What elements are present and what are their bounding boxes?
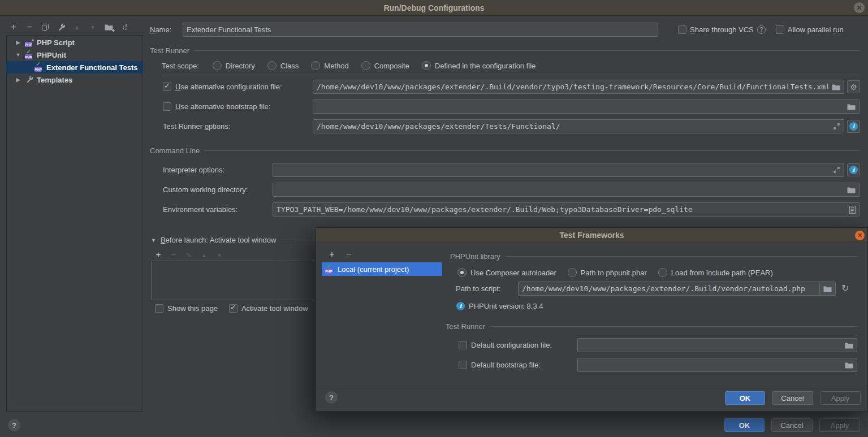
remove-icon[interactable]: −: [25, 23, 34, 32]
framework-item-label: Local (current project): [338, 265, 409, 274]
cancel-button[interactable]: Cancel: [771, 418, 813, 432]
run-debug-configurations-window: Run/Debug Configurations ✕ + − ▲ ▼ + ↓az…: [0, 0, 868, 437]
dialog-help-button[interactable]: ?: [325, 391, 338, 404]
folder-icon[interactable]: [832, 84, 840, 90]
interpreter-options-label: Interpreter options:: [163, 166, 224, 174]
command-line-group-header: Command Line: [150, 146, 860, 155]
help-question-icon[interactable]: ?: [757, 25, 766, 34]
test-runner-options-row: Test Runner options:: [163, 119, 230, 133]
share-through-vcs-checkbox[interactable]: [678, 25, 686, 34]
chevron-down-icon[interactable]: ▼: [14, 52, 22, 58]
page-options-row: Show this page Activate tool window: [155, 303, 308, 313]
custom-working-directory-row: Custom working directory:: [163, 183, 248, 197]
remove-icon[interactable]: −: [169, 250, 178, 259]
path-to-phpunit-phar-radio[interactable]: Path to phpunit.phar: [568, 268, 647, 277]
copy-icon[interactable]: [41, 23, 50, 32]
close-icon: ✕: [857, 232, 862, 239]
phpunit-icon: ✓PHP: [34, 63, 44, 72]
folder-icon[interactable]: [845, 342, 853, 349]
tree-item-label: Templates: [37, 76, 72, 84]
default-bootstrap-input[interactable]: [577, 358, 857, 372]
chevron-right-icon[interactable]: ▶: [14, 40, 22, 45]
php-script-icon: ▴PHP: [25, 38, 34, 47]
test-runner-options-info-button[interactable]: i: [847, 120, 860, 133]
add-icon[interactable]: +: [154, 250, 163, 259]
scope-class-radio[interactable]: Class: [267, 61, 299, 70]
load-from-include-path-radio[interactable]: Load from include path (PEAR): [658, 268, 773, 277]
interpreter-options-info-button[interactable]: i: [847, 163, 860, 176]
move-up-icon[interactable]: ▲: [200, 250, 209, 259]
alt-config-settings-button[interactable]: ⚙: [847, 80, 860, 93]
new-folder-icon[interactable]: +: [104, 23, 113, 32]
folder-icon[interactable]: [845, 362, 853, 369]
close-icon: ✕: [856, 4, 862, 12]
environment-variables-row: Environment variables:: [163, 202, 237, 217]
tree-item-phpunit[interactable]: ▼ ✓PHP PHPUnit: [6, 49, 143, 61]
dialog-cancel-button[interactable]: Cancel: [772, 391, 813, 405]
move-up-icon[interactable]: ▲: [72, 23, 81, 32]
scope-method-radio[interactable]: Method: [311, 61, 348, 70]
add-icon[interactable]: +: [9, 23, 18, 32]
dialog-titlebar: Test Frameworks: [316, 228, 867, 243]
default-bootstrap-row: Default bootstrap file:: [459, 358, 541, 372]
tree-item-templates[interactable]: ▶ Templates: [6, 73, 143, 86]
allow-parallel-run-label: Allow parallel run: [788, 25, 844, 34]
help-icon: ?: [12, 421, 16, 430]
framework-item-local[interactable]: ✓PHP Local (current project): [322, 262, 442, 276]
phpunit-icon: ✓PHP: [25, 50, 34, 59]
alt-config-input[interactable]: /home/www/dev10/www/packages/extender/.B…: [313, 80, 844, 94]
tree-item-php-script[interactable]: ▶ ▴PHP PHP Script: [6, 36, 143, 49]
remove-icon[interactable]: −: [344, 250, 353, 259]
move-down-icon[interactable]: ▼: [215, 250, 224, 259]
folder-icon[interactable]: [847, 103, 856, 110]
move-down-icon[interactable]: ▼: [88, 23, 97, 32]
scope-directory-radio[interactable]: Directory: [213, 61, 255, 70]
name-row: Name:: [150, 23, 171, 37]
default-bootstrap-checkbox[interactable]: [459, 361, 467, 369]
test-runner-options-input[interactable]: /home/www/dev10/www/packages/extender/Te…: [313, 119, 844, 133]
scope-defined-in-config-radio[interactable]: Defined in the configuration file: [422, 61, 536, 70]
use-alt-bootstrap-label: Use alternative bootstrap file:: [175, 102, 270, 111]
show-this-page-checkbox[interactable]: [155, 304, 163, 313]
apply-button[interactable]: Apply: [819, 418, 860, 432]
activate-tool-window-checkbox[interactable]: [229, 304, 237, 313]
window-close-button[interactable]: ✕: [854, 2, 865, 13]
expand-icon[interactable]: [833, 123, 840, 130]
custom-working-directory-input[interactable]: [273, 183, 860, 197]
refresh-icon[interactable]: ↻: [841, 283, 849, 293]
dialog-test-runner-header: Test Runner: [446, 322, 857, 331]
test-runner-options-label: Test Runner options:: [163, 122, 230, 131]
dialog-ok-button[interactable]: OK: [725, 391, 765, 405]
top-right-options: Share through VCS ? Allow parallel run: [678, 23, 844, 37]
default-config-checkbox[interactable]: [459, 341, 467, 349]
use-alt-bootstrap-checkbox[interactable]: [163, 102, 171, 111]
phpunit-icon: ✓PHP: [325, 265, 334, 274]
phpunit-library-header: PHPUnit library: [450, 252, 857, 261]
name-input[interactable]: Extender Functional Tests: [183, 23, 658, 37]
scope-composite-radio[interactable]: Composite: [361, 61, 409, 70]
library-options-row: Use Composer autoloader Path to phpunit.…: [457, 267, 773, 278]
interpreter-options-input[interactable]: [273, 163, 844, 177]
wrench-icon[interactable]: [57, 23, 66, 32]
list-icon[interactable]: [849, 206, 856, 214]
alt-bootstrap-input[interactable]: [313, 99, 860, 114]
folder-button[interactable]: [819, 282, 835, 295]
ok-button[interactable]: OK: [724, 418, 765, 432]
environment-variables-input[interactable]: TYPO3_PATH_WEB=/home/www/dev10/www/packa…: [273, 202, 860, 217]
folder-icon[interactable]: [847, 187, 856, 193]
expand-icon[interactable]: [833, 166, 840, 174]
path-to-script-input[interactable]: /home/www/dev10/www/packages/extender/.B…: [518, 282, 836, 296]
use-alt-config-checkbox[interactable]: [163, 83, 171, 91]
allow-parallel-run-checkbox[interactable]: [776, 25, 784, 34]
pencil-icon[interactable]: ✎: [184, 250, 193, 259]
use-composer-autoloader-radio[interactable]: Use Composer autoloader: [457, 268, 556, 277]
default-config-input[interactable]: [577, 338, 857, 352]
tree-item-label: Extender Functional Tests: [46, 63, 138, 72]
chevron-right-icon[interactable]: ▶: [14, 77, 22, 83]
help-button[interactable]: ?: [8, 419, 20, 431]
sort-alphabetically-icon[interactable]: ↓az: [120, 23, 129, 32]
dialog-apply-button[interactable]: Apply: [820, 391, 861, 405]
tree-item-extender-functional-tests[interactable]: ✓PHP Extender Functional Tests: [6, 61, 143, 73]
dialog-close-button[interactable]: ✕: [855, 231, 865, 240]
add-icon[interactable]: +: [327, 250, 336, 259]
